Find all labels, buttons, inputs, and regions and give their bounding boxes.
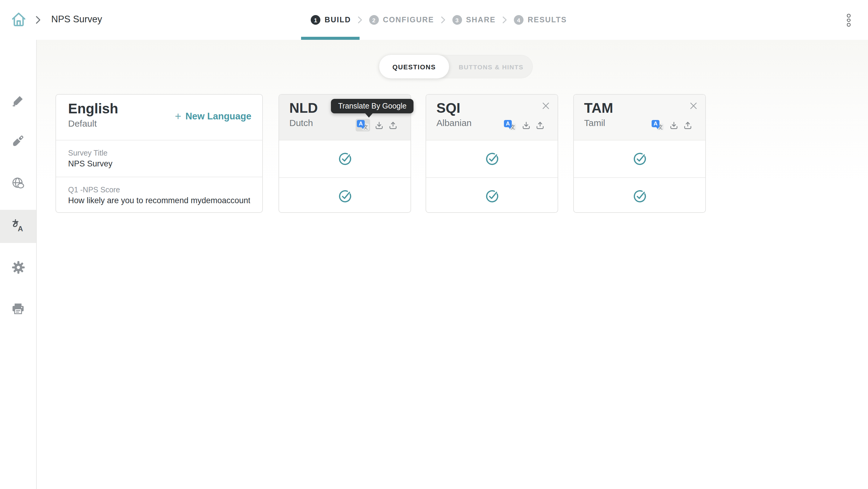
- sidebar-item-translations[interactable]: A: [0, 210, 36, 243]
- download-icon: [669, 120, 679, 130]
- main-content: QUESTIONS BUTTONS & HINTS English Defaul…: [36, 40, 868, 489]
- language-subtitle: Default: [68, 119, 118, 129]
- step-build[interactable]: 1 BUILD: [311, 0, 351, 40]
- language-title: English: [68, 101, 118, 117]
- download-translation-button[interactable]: [669, 120, 679, 130]
- pencil-edit-icon: [11, 93, 25, 109]
- paint-brush-icon: [11, 134, 25, 150]
- google-translate-icon: A: [503, 119, 517, 131]
- language-code: SQI: [436, 101, 558, 116]
- new-language-button[interactable]: + New Language: [175, 111, 251, 122]
- row-label: Survey Title: [68, 149, 250, 157]
- step-number-badge: 3: [452, 15, 462, 25]
- upload-icon: [388, 120, 398, 130]
- globe-icon: [11, 176, 25, 192]
- step-label: RESULTS: [528, 16, 567, 24]
- home-icon: [10, 21, 27, 30]
- language-card-sqi: SQI Albanian A: [426, 94, 558, 213]
- translate-icon: A: [11, 218, 25, 235]
- translation-status-row: [426, 140, 558, 177]
- sidebar-item-build[interactable]: [0, 84, 36, 118]
- upload-icon: [683, 120, 692, 130]
- google-translate-icon: A: [650, 119, 665, 131]
- printer-icon: [11, 302, 25, 318]
- top-bar: NPS Survey 1 BUILD 2 CONFIGURE 3 SHARE: [0, 0, 868, 40]
- translate-tooltip: Translate By Google: [331, 99, 414, 113]
- upload-translation-button[interactable]: [683, 120, 692, 130]
- kebab-dot-icon: [847, 19, 850, 22]
- upload-translation-button[interactable]: [388, 120, 398, 130]
- step-label: BUILD: [324, 16, 351, 24]
- download-translation-button[interactable]: [521, 120, 531, 130]
- check-circle-icon: [338, 189, 352, 203]
- download-icon: [521, 120, 531, 130]
- check-circle-icon: [338, 152, 352, 166]
- language-card-header: SQI Albanian A: [426, 95, 558, 140]
- step-configure[interactable]: 2 CONFIGURE: [369, 0, 434, 40]
- remove-language-button[interactable]: [688, 101, 699, 111]
- language-title-block: English Default: [68, 101, 118, 140]
- translation-status-row: [279, 177, 410, 215]
- default-language-card: English Default + New Language Survey Ti…: [56, 94, 263, 213]
- upload-icon: [535, 120, 545, 130]
- translation-status-row: [574, 177, 705, 215]
- remove-language-button[interactable]: [541, 101, 551, 111]
- tooltip-text: Translate By Google: [338, 102, 407, 110]
- check-circle-icon: [485, 152, 499, 166]
- translation-status-row: [426, 177, 558, 215]
- translate-by-google-button[interactable]: A: [503, 119, 517, 131]
- new-language-label: New Language: [185, 111, 251, 122]
- kebab-dot-icon: [847, 14, 850, 17]
- tab-label: BUTTONS & HINTS: [459, 63, 524, 70]
- close-icon: [689, 102, 698, 110]
- check-circle-icon: [632, 189, 647, 203]
- language-card-header: TAM Tamil A: [574, 95, 705, 140]
- sidebar-item-global[interactable]: [0, 167, 36, 201]
- upload-translation-button[interactable]: [535, 120, 545, 130]
- language-card-nld: NLD Dutch A: [278, 94, 411, 213]
- step-label: CONFIGURE: [383, 16, 434, 24]
- tooltip-arrow: [365, 113, 373, 122]
- stepper-chevron-icon: [441, 16, 445, 24]
- tab-label: QUESTIONS: [393, 63, 436, 70]
- step-share[interactable]: 3 SHARE: [452, 0, 496, 40]
- translate-a-icon: A: [504, 120, 512, 127]
- language-actions: A: [503, 119, 545, 131]
- kebab-dot-icon: [847, 23, 850, 26]
- language-card-tam: TAM Tamil A: [573, 94, 706, 213]
- download-translation-button[interactable]: [374, 120, 384, 130]
- breadcrumb-chevron-icon: [36, 16, 41, 27]
- close-icon: [542, 102, 550, 110]
- step-number-badge: 2: [369, 15, 378, 25]
- translation-status-row: [279, 140, 410, 177]
- default-language-header: English Default + New Language: [56, 95, 262, 140]
- sidebar-item-settings[interactable]: [0, 251, 36, 284]
- check-circle-icon: [485, 189, 499, 203]
- translate-a-icon: A: [357, 120, 365, 127]
- step-label: SHARE: [466, 16, 496, 24]
- gear-icon: [11, 260, 25, 276]
- row-value: NPS Survey: [68, 159, 250, 168]
- translate-by-google-button[interactable]: A: [650, 119, 665, 131]
- stepper-chevron-icon: [358, 16, 362, 24]
- question-1-row[interactable]: Q1 -NPS Score How likely are you to reco…: [56, 177, 262, 213]
- home-button[interactable]: [10, 11, 28, 29]
- tab-buttons-hints[interactable]: BUTTONS & HINTS: [449, 55, 533, 79]
- translation-status-row: [574, 140, 705, 177]
- row-value: How likely are you to recommend mydemoac…: [68, 196, 250, 205]
- sidebar-item-design[interactable]: [0, 125, 36, 159]
- questions-buttons-tabs: QUESTIONS BUTTONS & HINTS: [379, 55, 533, 79]
- language-actions: A: [355, 119, 398, 131]
- row-label: Q1 -NPS Score: [68, 186, 250, 194]
- language-card-header: NLD Dutch A: [279, 95, 410, 140]
- tab-questions[interactable]: QUESTIONS: [379, 55, 449, 79]
- sidebar-item-print[interactable]: [0, 293, 36, 326]
- check-circle-icon: [632, 152, 647, 166]
- survey-title-row[interactable]: Survey Title NPS Survey: [56, 140, 262, 177]
- language-actions: A: [650, 119, 692, 131]
- more-options-button[interactable]: [844, 14, 854, 27]
- step-results[interactable]: 4 RESULTS: [514, 0, 567, 40]
- breadcrumb-survey-title: NPS Survey: [51, 14, 102, 25]
- svg-text:A: A: [18, 224, 23, 233]
- wizard-stepper: 1 BUILD 2 CONFIGURE 3 SHARE 4 RES: [311, 0, 567, 40]
